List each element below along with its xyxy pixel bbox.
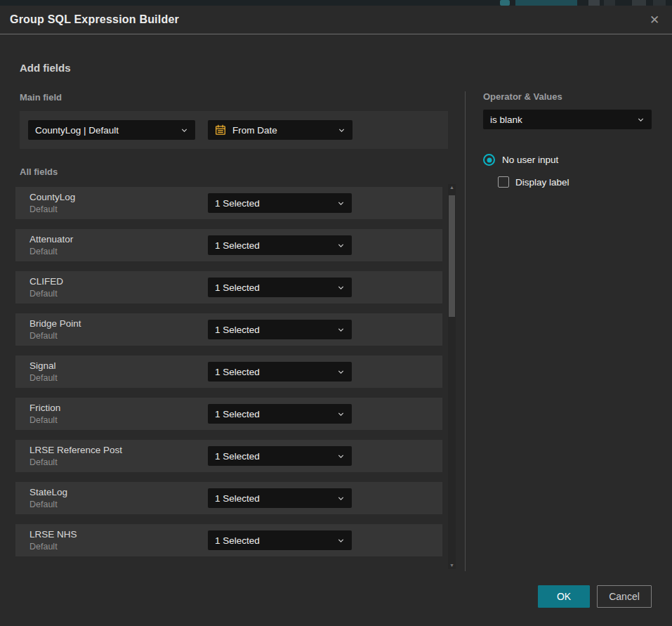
field-name: LRSE NHS [29, 529, 77, 540]
checkbox-unchecked-icon [498, 176, 509, 188]
dialog-header: Group SQL Expression Builder ✕ [0, 6, 672, 34]
chevron-down-icon [337, 200, 345, 207]
chevron-down-icon [337, 326, 345, 334]
field-selected-dropdown[interactable]: 1 Selected [208, 193, 352, 213]
operator-values-heading: Operator & Values [483, 91, 562, 102]
scrollbar-thumb[interactable] [449, 195, 455, 317]
field-row: LRSE NHS Default 1 Selected [15, 524, 442, 556]
panel-divider [465, 91, 466, 571]
add-fields-heading: Add fields [20, 62, 71, 74]
field-selected-value: 1 Selected [215, 409, 331, 419]
field-subtitle: Default [29, 542, 58, 552]
field-name: StateLog [29, 487, 67, 497]
field-subtitle: Default [29, 415, 58, 425]
chevron-down-icon [337, 452, 345, 460]
close-icon[interactable]: ✕ [647, 12, 662, 27]
field-selected-dropdown[interactable]: 1 Selected [208, 488, 352, 508]
field-row: Bridge Point Default 1 Selected [15, 313, 442, 346]
field-row: Signal Default 1 Selected [15, 356, 442, 388]
ok-button[interactable]: OK [538, 585, 590, 608]
scroll-up-icon[interactable]: ▲ [449, 184, 454, 191]
field-selected-value: 1 Selected [215, 367, 331, 377]
field-name: CountyLog [29, 192, 75, 202]
no-user-input-radio[interactable]: No user input [483, 154, 558, 166]
main-field-source-value: CountyLog | Default [35, 125, 175, 136]
chevron-down-icon [337, 537, 345, 545]
field-name: Bridge Point [29, 318, 81, 329]
background-toolbar-fragment [588, 0, 600, 6]
chevron-down-icon [338, 126, 345, 134]
field-selected-dropdown[interactable]: 1 Selected [208, 320, 352, 339]
scroll-down-icon[interactable]: ▼ [449, 562, 454, 569]
main-field-panel: CountyLog | Default From Date [20, 111, 448, 149]
field-name: Attenuator [29, 234, 73, 244]
field-selected-dropdown[interactable]: 1 Selected [208, 530, 352, 550]
chevron-down-icon [180, 126, 188, 134]
field-row: CountyLog Default 1 Selected [15, 187, 442, 219]
field-row: CLIFED Default 1 Selected [15, 271, 442, 304]
field-subtitle: Default [29, 247, 58, 256]
chevron-down-icon [337, 284, 345, 292]
group-sql-expression-builder-dialog: Group SQL Expression Builder ✕ Add field… [0, 6, 672, 626]
all-fields-list: CountyLog Default 1 Selected Attenuator … [15, 187, 442, 566]
field-selected-value: 1 Selected [215, 282, 331, 293]
background-toolbar-fragment [515, 0, 577, 6]
chevron-down-icon [337, 410, 345, 418]
all-fields-label: All fields [20, 167, 58, 177]
main-field-source-select[interactable]: CountyLog | Default [28, 120, 195, 140]
calendar-icon [215, 124, 226, 136]
field-name: Signal [29, 360, 56, 371]
field-subtitle: Default [29, 331, 58, 341]
field-selected-value: 1 Selected [215, 240, 331, 251]
operator-value: is blank [490, 115, 631, 125]
field-selected-dropdown[interactable]: 1 Selected [208, 404, 352, 424]
field-selected-value: 1 Selected [215, 535, 331, 546]
field-subtitle: Default [29, 289, 58, 299]
background-toolbar-fragment [653, 0, 666, 6]
field-row: Friction Default 1 Selected [15, 398, 442, 430]
chevron-down-icon [337, 495, 345, 502]
background-toolbar-fragment [632, 0, 646, 6]
field-selected-value: 1 Selected [215, 493, 331, 504]
list-scrollbar[interactable]: ▲ ▼ [448, 184, 456, 569]
chevron-down-icon [337, 368, 345, 376]
field-selected-dropdown[interactable]: 1 Selected [208, 446, 352, 466]
scrollbar-track[interactable] [448, 191, 456, 562]
field-selected-dropdown[interactable]: 1 Selected [208, 235, 352, 255]
field-selected-value: 1 Selected [215, 451, 331, 462]
field-selected-dropdown[interactable]: 1 Selected [208, 278, 352, 297]
field-name: CLIFED [29, 276, 63, 287]
field-name: Friction [29, 403, 60, 413]
field-row: Attenuator Default 1 Selected [15, 229, 442, 261]
field-subtitle: Default [29, 204, 58, 214]
main-field-label: Main field [20, 92, 62, 103]
cancel-button[interactable]: Cancel [597, 585, 652, 608]
field-subtitle: Default [29, 373, 58, 383]
field-selected-value: 1 Selected [215, 325, 331, 335]
background-toolbar-fragment [500, 0, 510, 6]
field-subtitle: Default [29, 500, 58, 509]
radio-selected-icon [483, 154, 495, 166]
background-app-strip [0, 0, 672, 6]
operator-select[interactable]: is blank [483, 110, 652, 129]
no-user-input-label: No user input [502, 155, 558, 165]
chevron-down-icon [337, 242, 345, 249]
main-field-date-select[interactable]: From Date [208, 120, 353, 140]
background-toolbar-fragment [604, 0, 615, 6]
field-name: LRSE Reference Post [29, 445, 122, 455]
field-subtitle: Default [29, 457, 58, 467]
display-label-text: Display label [515, 177, 569, 188]
main-field-date-value: From Date [232, 125, 332, 136]
dialog-title: Group SQL Expression Builder [10, 13, 179, 26]
display-label-checkbox[interactable]: Display label [498, 176, 569, 188]
field-row: LRSE Reference Post Default 1 Selected [15, 440, 442, 472]
chevron-down-icon [637, 116, 645, 124]
field-selected-dropdown[interactable]: 1 Selected [208, 362, 352, 382]
field-row: StateLog Default 1 Selected [15, 482, 442, 514]
field-selected-value: 1 Selected [215, 198, 331, 209]
